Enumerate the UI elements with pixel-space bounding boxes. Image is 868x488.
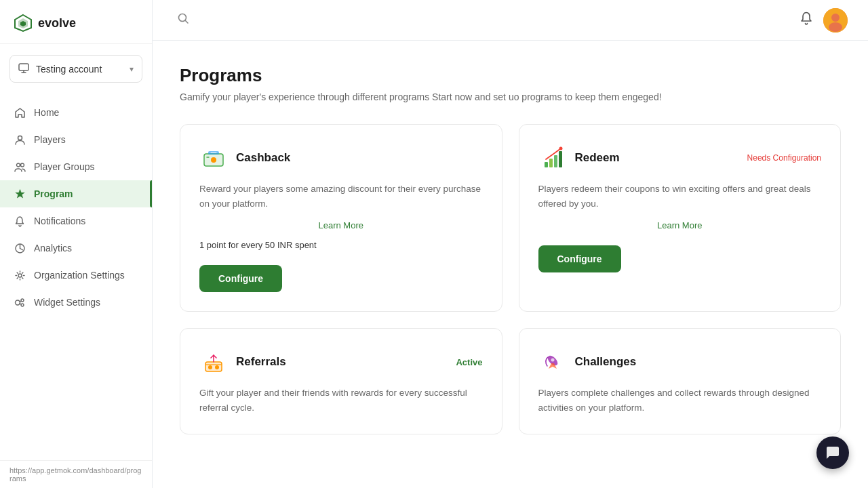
logo-area: evolve [0,0,152,44]
svg-rect-3 [19,64,28,70]
sidebar-item-players[interactable]: Players [0,126,152,153]
programs-grid: Cashback Reward your players some amazin… [180,124,841,434]
challenges-title: Challenges [575,355,637,369]
card-title-area-redeem: Redeem [538,144,620,172]
topbar [153,0,868,41]
star-icon [14,188,26,200]
status-url: https://app.getmok.com/dashboard/program… [0,460,152,488]
brand-name: evolve [38,16,76,30]
svg-point-12 [179,14,186,22]
page-title: Programs [180,65,841,86]
cashback-description: Reward your players some amazing discoun… [199,182,483,211]
card-header-referrals: Referrals Active [199,348,483,376]
referrals-active-badge: Active [456,357,482,367]
svg-rect-21 [549,159,553,167]
card-header-redeem: Redeem Needs Configuration [538,144,822,172]
card-title-area-referrals: Referrals [199,348,286,376]
svg-point-18 [211,157,216,163]
gear-icon [14,269,26,281]
main-nav: Home Players Player Groups [0,94,152,460]
svg-point-6 [20,163,24,167]
notification-bell[interactable] [799,11,814,29]
sidebar-item-label-program: Program [34,188,73,199]
challenges-description: Players complete challenges and collect … [538,386,822,415]
redeem-configure-button[interactable]: Configure [538,245,621,272]
cashback-icon [199,144,228,172]
account-name: Testing account [36,64,123,75]
widget-icon [14,296,26,308]
sidebar-item-label-player-groups: Player Groups [34,161,94,172]
svg-point-5 [16,163,20,167]
sidebar-item-org-settings[interactable]: Organization Settings [0,262,152,289]
sidebar-item-label-analytics: Analytics [34,243,72,253]
evolve-logo-icon [14,14,33,33]
sidebar-item-notifications[interactable]: Notifications [0,207,152,235]
sidebar-item-label-home: Home [34,107,59,118]
sidebar-item-widget-settings[interactable]: Widget Settings [0,289,152,316]
page-subtitle: Gamify your player's experience through … [180,92,841,102]
topbar-right [799,8,848,33]
main-content: Programs Gamify your player's experience… [153,41,868,488]
card-title-area-challenges: Challenges [538,348,637,376]
redeem-icon [538,144,567,172]
svg-point-9 [15,300,20,305]
svg-point-15 [829,22,842,32]
svg-rect-25 [205,362,222,371]
person-icon [14,134,26,146]
challenges-icon [538,348,567,376]
svg-point-30 [551,359,554,362]
svg-point-27 [208,365,212,369]
svg-rect-20 [545,162,548,167]
bell-icon [14,215,26,227]
chat-bubble-button[interactable] [816,436,849,469]
group-icon [14,161,26,173]
svg-rect-22 [554,155,557,167]
svg-point-4 [18,136,22,140]
svg-point-14 [831,14,840,22]
redeem-needs-config-badge: Needs Configuration [747,153,821,163]
program-card-referrals: Referrals Active Gift your player and th… [180,328,502,434]
redeem-description: Players redeem their coupons to win exci… [538,182,822,211]
cashback-title: Cashback [236,151,290,165]
sidebar-item-analytics[interactable]: Analytics [0,235,152,262]
sidebar-item-player-groups[interactable]: Player Groups [0,153,152,180]
card-header-challenges: Challenges [538,348,822,376]
referrals-title: Referrals [236,355,286,369]
cashback-learn-more[interactable]: Learn More [199,220,483,230]
card-header-cashback: Cashback [199,144,483,172]
svg-point-28 [215,365,219,369]
program-card-redeem: Redeem Needs Configuration Players redee… [519,124,842,312]
redeem-title: Redeem [575,151,620,165]
sidebar-item-label-org-settings: Organization Settings [34,270,125,281]
user-avatar[interactable] [823,8,848,33]
sidebar-item-label-widget-settings: Widget Settings [34,297,100,308]
main-area: Programs Gamify your player's experience… [153,0,868,488]
chart-icon [14,242,26,254]
svg-rect-23 [559,151,562,167]
sidebar-item-label-notifications: Notifications [34,216,85,226]
search-button[interactable] [173,8,193,32]
cashback-configure-button[interactable]: Configure [199,265,282,292]
program-card-challenges: Challenges Players complete challenges a… [519,328,842,434]
redeem-learn-more[interactable]: Learn More [538,220,822,230]
svg-point-8 [18,274,22,277]
program-card-cashback: Cashback Reward your players some amazin… [180,124,502,312]
referrals-icon [199,348,228,376]
referrals-description: Gift your player and their friends with … [199,386,483,415]
home-icon [14,106,26,119]
sidebar-item-program[interactable]: Program [0,180,152,207]
account-selector[interactable]: Testing account ▾ [9,55,142,83]
cashback-points-info: 1 point for every 50 INR spent [199,240,483,250]
svg-point-24 [559,147,562,150]
account-icon [18,62,29,75]
sidebar-item-label-players: Players [34,134,66,145]
sidebar: evolve Testing account ▾ Home [0,0,153,488]
account-dropdown-arrow: ▾ [130,64,134,74]
card-title-area-cashback: Cashback [199,144,290,172]
sidebar-item-home[interactable]: Home [0,99,152,126]
